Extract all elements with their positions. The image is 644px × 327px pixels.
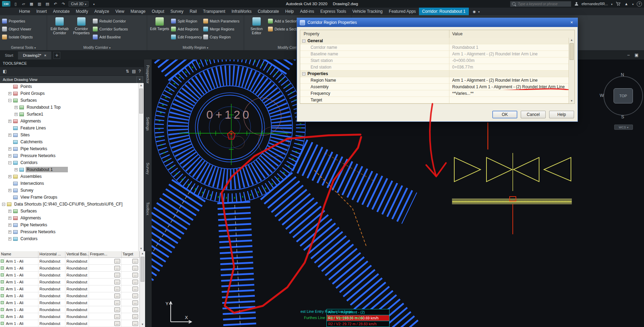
target-ellipsis-button[interactable] <box>132 273 138 278</box>
apps-chevron-icon[interactable] <box>632 2 634 6</box>
tree-item-assemblies[interactable]: Assemblies <box>0 173 138 180</box>
expand-icon[interactable] <box>8 230 11 234</box>
tab-manage[interactable]: Manage <box>127 8 149 15</box>
collapse-icon[interactable] <box>8 99 11 102</box>
new-drawing-tab-button[interactable]: + <box>53 52 60 59</box>
collapse-icon[interactable] <box>8 161 11 164</box>
frequency-ellipsis-button[interactable] <box>114 266 120 271</box>
app-store-icon[interactable]: ▲ <box>624 1 629 7</box>
expand-icon[interactable] <box>8 134 11 137</box>
save-icon[interactable]: ▦ <box>29 1 34 7</box>
tab-survey-palette[interactable]: Survey <box>146 163 150 182</box>
scroll-up-icon[interactable] <box>569 38 574 43</box>
tree-item-point-groups[interactable]: Point Groups <box>0 90 138 97</box>
table-scrollbar[interactable] <box>140 251 145 327</box>
tab-transparent[interactable]: Transparent <box>200 8 228 15</box>
tab-output[interactable]: Output <box>149 8 167 15</box>
split-region-button[interactable]: Split Region <box>171 18 202 24</box>
tab-help[interactable]: Help <box>282 8 297 15</box>
properties-button[interactable]: Properties <box>2 18 33 24</box>
user-menu-chevron-icon[interactable] <box>611 2 612 6</box>
header-horizontal[interactable]: Horizontal ... <box>38 251 65 257</box>
expand-icon[interactable] <box>8 147 11 151</box>
signed-in-user[interactable]: efernandezRR... <box>582 2 608 6</box>
scroll-down-icon[interactable] <box>138 246 144 251</box>
table-row[interactable]: Arm 1 - AliRoundaboutRoundabout <box>0 285 140 292</box>
ribbon-collapse-icon[interactable] <box>478 10 480 13</box>
frequency-ellipsis-button[interactable] <box>114 314 120 319</box>
scroll-down-icon[interactable] <box>569 99 574 103</box>
frequency-ellipsis-button[interactable] <box>114 259 120 264</box>
expand-icon[interactable] <box>8 224 11 227</box>
expand-icon[interactable] <box>15 106 18 109</box>
table-row[interactable]: Arm 1 - AliRoundaboutRoundabout <box>0 258 140 265</box>
target-ellipsis-button[interactable] <box>132 321 138 326</box>
edit-rehab-corridor-button[interactable]: Edit Rehab Corridor <box>49 16 70 44</box>
tab-prospector[interactable]: Prospector <box>146 65 150 97</box>
merge-regions-button[interactable]: Merge Regions <box>203 26 240 32</box>
property-value[interactable]: Roundabout 1 Arm 1 - Alignment - (2) Rou… <box>449 84 569 90</box>
add-baseline-button[interactable]: Add Baseline <box>93 34 128 40</box>
row-target[interactable]: Target <box>300 97 569 103</box>
toolspace-help-icon[interactable]: ? <box>138 69 141 74</box>
expand-icon[interactable] <box>8 189 11 192</box>
tree-item-ds-alignments[interactable]: Alignments <box>0 215 138 221</box>
expand-icon[interactable] <box>8 92 11 95</box>
tree-item-pressure-networks[interactable]: Pressure Networks <box>0 152 138 159</box>
tree-item-ds-surfaces[interactable]: Surfaces <box>0 208 138 215</box>
table-row[interactable]: Arm 1 - AliRoundaboutRoundabout <box>0 265 140 272</box>
header-name[interactable]: Name <box>0 251 38 257</box>
panel-display-icon[interactable]: ▤ <box>132 69 136 74</box>
table-row[interactable]: Arm 1 - AliRoundaboutRoundabout <box>0 292 140 299</box>
tree-item-points[interactable]: Points <box>0 83 138 90</box>
tab-modify[interactable]: Modify <box>73 8 91 15</box>
header-target[interactable]: Target <box>122 251 140 257</box>
match-parameters-button[interactable]: Match Parameters <box>203 18 240 24</box>
target-ellipsis-button[interactable] <box>132 314 138 319</box>
dialog-scrollbar[interactable] <box>569 38 574 103</box>
tree-item-pipe-networks[interactable]: Pipe Networks <box>0 145 138 152</box>
property-value[interactable] <box>449 97 569 103</box>
tree-item-surfaces[interactable]: Surfaces <box>0 97 138 104</box>
tree-item-ds-pressure-networks[interactable]: Pressure Networks <box>0 228 138 235</box>
scroll-up-icon[interactable] <box>138 83 144 88</box>
qat-customize-icon[interactable] <box>91 1 97 7</box>
workspace-switcher[interactable]: Civil 3D <box>69 1 89 7</box>
tree-item-feature-lines[interactable]: Feature Lines <box>0 125 138 131</box>
collapse-icon[interactable] <box>302 72 305 75</box>
expand-icon[interactable] <box>8 210 11 213</box>
tab-addins[interactable]: Add-ins <box>297 8 317 15</box>
view-selector-dropdown[interactable]: Active Drawing View <box>0 75 144 83</box>
row-start-station[interactable]: Start station -0+000.00m <box>300 57 569 64</box>
restore-icon[interactable]: ▣ <box>635 53 638 57</box>
rebuild-corridor-button[interactable]: Rebuild Corridor <box>93 18 128 24</box>
object-viewer-button[interactable]: Object Viewer <box>2 26 33 32</box>
tab-express-tools[interactable]: Express Tools <box>317 8 349 15</box>
frequency-ellipsis-button[interactable] <box>114 280 120 284</box>
tab-rail[interactable]: Rail <box>187 8 200 15</box>
help-button[interactable]: Help <box>549 111 574 118</box>
tree-item-alignments[interactable]: Alignments <box>0 118 138 125</box>
scroll-thumb[interactable] <box>570 43 574 60</box>
tab-insert[interactable]: Insert <box>33 8 50 15</box>
tree-item-catchments[interactable]: Catchments <box>0 138 138 145</box>
target-ellipsis-button[interactable] <box>132 259 138 264</box>
frequency-ellipsis-button[interactable] <box>114 321 120 326</box>
target-ellipsis-button[interactable] <box>132 280 138 284</box>
tree-item-corridors[interactable]: Corridors <box>0 159 138 166</box>
scroll-up-icon[interactable] <box>140 251 145 256</box>
cart-icon[interactable] <box>616 2 620 6</box>
tree-item-survey[interactable]: Survey <box>0 187 138 194</box>
tree-item-data-shortcuts[interactable]: Data Shortcuts [C:\R40_C3D-CF\UF6\_Short… <box>0 201 138 208</box>
add-regions-button[interactable]: Add Regions <box>171 26 202 32</box>
header-vertical[interactable]: Vertical Bas... <box>65 251 89 257</box>
corridor-properties-button[interactable]: Corridor Properties <box>71 16 92 44</box>
tree-item-roundabout1-top[interactable]: Roundabout 1 Top <box>0 104 138 111</box>
tab-toolbox[interactable]: Toolbox <box>146 202 150 226</box>
row-region-name[interactable]: Region Name Arm 1 - Alignment - (2) Roun… <box>300 77 569 84</box>
collapse-icon[interactable] <box>302 39 305 43</box>
expand-icon[interactable] <box>8 120 11 123</box>
row-corridor-name[interactable]: Corridor name Roundabout 1 <box>300 44 569 51</box>
expand-icon[interactable] <box>8 237 11 240</box>
table-row[interactable]: Arm 1 - AliRoundaboutRoundabout <box>0 279 140 285</box>
